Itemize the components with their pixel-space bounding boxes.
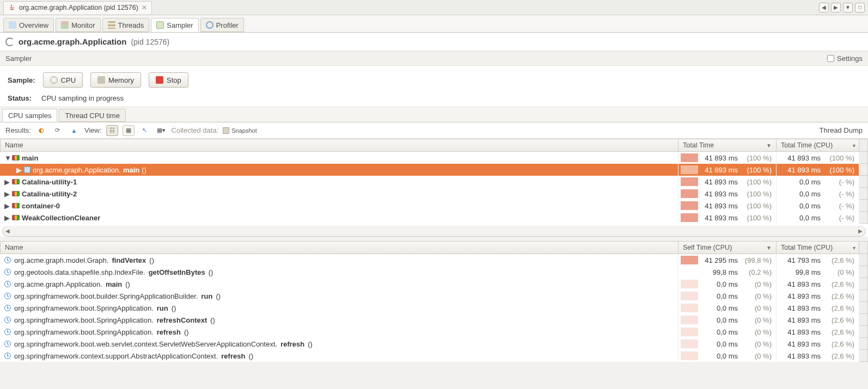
tree-toggle-icon[interactable]: ▶	[4, 202, 10, 210]
stop-button[interactable]: Stop	[149, 72, 188, 88]
tab-threads[interactable]: Threads	[102, 18, 150, 32]
tree-toggle-icon[interactable]: ▶	[4, 190, 10, 198]
document-tab-title: org.acme.graph.Application (pid 12576)	[19, 4, 138, 11]
total-time-pct: (100 %)	[743, 178, 772, 186]
col-total-cpu-header[interactable]: Total Time (CPU)▾	[777, 139, 859, 152]
table-row[interactable]: ▼main41 893 ms(100 %)41 893 ms(100 %)	[0, 152, 868, 164]
settings-toggle[interactable]: Settings	[827, 54, 863, 63]
snapshot-label: Snapshot	[231, 127, 256, 134]
page-title: org.acme.graph.Application	[19, 37, 126, 46]
tab-overview[interactable]: Overview	[3, 18, 54, 32]
tab-label: Sampler	[167, 21, 193, 29]
button-label: Memory	[108, 76, 134, 84]
scroll-gutter	[859, 266, 868, 278]
table-row[interactable]: org.springframework.boot.builder.SpringA…	[0, 290, 868, 302]
tree-toggle-icon[interactable]: ▶	[4, 214, 10, 222]
view-table-button[interactable]: ▦	[123, 125, 135, 136]
view-tree-button[interactable]: ☷	[106, 125, 118, 136]
dropdown-button[interactable]: ▼	[843, 3, 853, 13]
col-self-time-header[interactable]: Self Time (CPU)▼	[678, 241, 777, 254]
monitor-icon	[61, 21, 69, 29]
cpu-button[interactable]: CPU	[43, 72, 83, 88]
total-time-value: 41 893 ms	[787, 280, 821, 288]
status-label: Status:	[8, 94, 32, 102]
scroll-gutter	[859, 290, 868, 302]
close-icon[interactable]: ✕	[142, 4, 147, 11]
total-time-value: 41 893 ms	[705, 214, 738, 222]
method-path: org.springframework.context.support.Abst…	[14, 352, 218, 360]
thread-icon	[12, 155, 20, 160]
subtab-thread-cpu-time[interactable]: Thread CPU time	[59, 109, 125, 122]
table-row[interactable]: org.springframework.boot.SpringApplicati…	[0, 326, 868, 338]
document-tab[interactable]: org.acme.graph.Application (pid 12576) ✕	[3, 1, 152, 14]
cursor-icon[interactable]: ↖	[139, 125, 151, 136]
col-total-cpu-header[interactable]: Total Time (CPU)▾	[777, 241, 859, 254]
method-args: ()	[125, 280, 130, 288]
tab-label: Threads	[118, 21, 144, 29]
tree-toggle-icon[interactable]: ▼	[4, 154, 10, 162]
table-row[interactable]: ▶container-041 893 ms(100 %)0,0 ms(- %)	[0, 200, 868, 212]
column-menu-icon[interactable]: ▾	[850, 245, 858, 251]
tab-monitor[interactable]: Monitor	[56, 18, 100, 32]
horizontal-scrollbar[interactable]: ◀ ▶	[2, 226, 866, 237]
table-row[interactable]: ▶org.acme.graph.Application.main ()41 89…	[0, 164, 868, 176]
tree-toggle-icon[interactable]: ▶	[16, 166, 22, 174]
scroll-left-icon[interactable]: ◀	[3, 226, 13, 236]
status-value: CPU sampling in progress	[41, 94, 124, 102]
subtab-cpu-samples[interactable]: CPU samples	[2, 109, 57, 122]
overview-icon	[9, 21, 16, 29]
tab-profiler[interactable]: Profiler	[200, 18, 244, 32]
total-time-pct: (0 %)	[826, 268, 854, 276]
bar-icon	[681, 201, 698, 210]
total-time-pct: (2,6 %)	[826, 328, 854, 336]
table-row[interactable]: org.springframework.boot.SpringApplicati…	[0, 302, 868, 314]
bar-icon	[681, 292, 698, 300]
scroll-right-icon[interactable]: ▶	[855, 226, 865, 236]
delta-icon[interactable]: ▲	[68, 125, 80, 136]
table-row[interactable]: org.springframework.context.support.Abst…	[0, 350, 868, 362]
sort-desc-icon: ▼	[766, 143, 772, 149]
refresh-icon[interactable]	[5, 38, 14, 46]
cpu-time-value: 0,0 ms	[799, 178, 821, 186]
table-row[interactable]: org.acme.graph.Application.main ()0,0 ms…	[0, 278, 868, 290]
tab-sampler[interactable]: Sampler	[151, 18, 198, 32]
bar-icon	[681, 177, 698, 186]
pause-icon[interactable]: ◐	[35, 125, 47, 136]
total-time-value: 41 893 ms	[787, 292, 821, 300]
table-row[interactable]: ▶Catalina-utility-241 893 ms(100 %)0,0 m…	[0, 188, 868, 200]
filter-icon[interactable]: ▦▾	[155, 125, 167, 136]
vertical-scrollbar[interactable]	[859, 241, 868, 254]
clock-icon	[4, 281, 11, 287]
self-time-value: 0,0 ms	[717, 304, 738, 312]
cpu-time-pct: (100 %)	[826, 154, 854, 162]
cpu-time-value: 0,0 ms	[799, 202, 821, 210]
vertical-scrollbar[interactable]	[859, 139, 868, 152]
col-name-header[interactable]: Name	[0, 241, 678, 254]
nav-prev-button[interactable]: ◀	[819, 3, 829, 13]
window-tabbar: org.acme.graph.Application (pid 12576) ✕…	[0, 0, 868, 15]
method-name: WeakCollectionCleaner	[22, 214, 100, 222]
table-row[interactable]: org.springframework.boot.web.servlet.con…	[0, 338, 868, 350]
clock-icon	[4, 341, 11, 347]
tree-toggle-icon[interactable]: ▶	[4, 178, 10, 186]
results-toolbar: Results: ◐ ⟳ ▲ View: ☷ ▦ ↖ ▦▾ Collected …	[0, 122, 868, 139]
table-row[interactable]: org.geotools.data.shapefile.shp.IndexFil…	[0, 266, 868, 278]
refresh-icon[interactable]: ⟳	[52, 125, 64, 136]
clock-icon	[4, 305, 11, 311]
column-menu-icon[interactable]: ▾	[850, 143, 858, 149]
snapshot-button[interactable]: Snapshot	[223, 125, 256, 136]
bar-icon	[681, 351, 698, 360]
table-row[interactable]: org.springframework.boot.SpringApplicati…	[0, 314, 868, 326]
table-row[interactable]: org.acme.graph.model.Graph.findVertex ()…	[0, 254, 868, 266]
table-row[interactable]: ▶WeakCollectionCleaner41 893 ms(100 %)0,…	[0, 212, 868, 224]
total-time-value: 41 893 ms	[787, 328, 821, 336]
col-total-time-header[interactable]: Total Time▼	[678, 139, 777, 152]
self-time-value: 0,0 ms	[717, 328, 738, 336]
memory-button[interactable]: Memory	[90, 72, 141, 88]
col-name-header[interactable]: Name	[0, 139, 678, 152]
nav-next-button[interactable]: ▶	[831, 3, 841, 13]
table-row[interactable]: ▶Catalina-utility-141 893 ms(100 %)0,0 m…	[0, 176, 868, 188]
maximize-button[interactable]: □	[855, 3, 865, 13]
thread-dump-button[interactable]: Thread Dump	[820, 126, 863, 134]
total-time-pct: (2,6 %)	[826, 304, 854, 312]
